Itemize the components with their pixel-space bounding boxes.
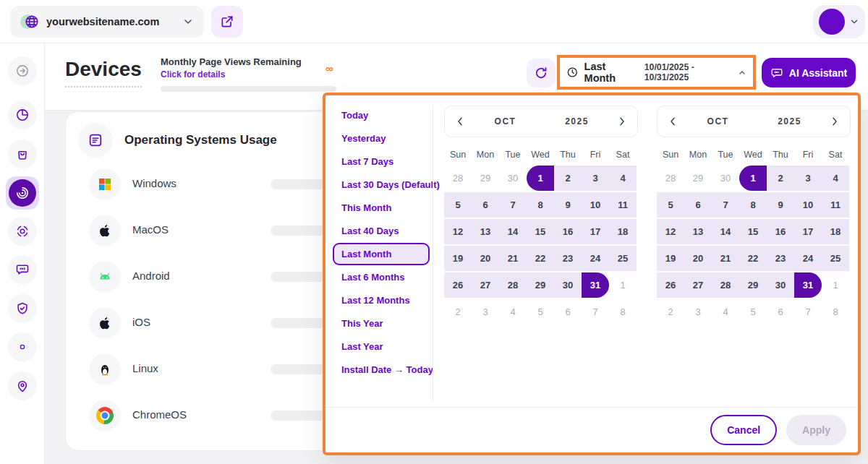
page-views-details-link[interactable]: Click for details [161, 69, 338, 80]
sidebar-item-shopping-bag[interactable] [8, 139, 37, 168]
avatar[interactable] [819, 9, 845, 35]
day-cell[interactable]: 6 [472, 192, 499, 218]
day-cell[interactable]: 2 [767, 166, 794, 191]
day-cell[interactable]: 20 [684, 246, 712, 271]
account-menu[interactable] [813, 5, 865, 38]
day-cell[interactable]: 27 [472, 272, 499, 298]
day-cell[interactable]: 28 [444, 166, 472, 191]
day-cell[interactable]: 4 [712, 299, 739, 325]
day-cell[interactable]: 11 [609, 192, 637, 218]
day-cell[interactable]: 19 [657, 246, 684, 271]
day-cell[interactable]: 12 [444, 219, 472, 244]
day-cell[interactable]: 8 [739, 192, 767, 218]
day-cell[interactable]: 14 [499, 219, 527, 244]
open-website-button[interactable] [211, 6, 243, 38]
day-cell[interactable]: 27 [684, 272, 712, 298]
day-cell[interactable]: 18 [822, 219, 849, 244]
preset-this-year[interactable]: This Year [333, 312, 392, 335]
cancel-button[interactable]: Cancel [710, 415, 777, 445]
day-cell[interactable]: 31 [794, 272, 822, 298]
day-cell[interactable]: 4 [609, 166, 637, 191]
day-cell[interactable]: 4 [499, 299, 527, 325]
day-cell[interactable]: 24 [582, 246, 609, 271]
day-cell[interactable]: 6 [684, 192, 712, 218]
day-cell[interactable]: 3 [582, 166, 609, 191]
day-cell[interactable]: 8 [609, 299, 637, 325]
day-cell[interactable]: 6 [554, 299, 582, 325]
day-cell[interactable]: 15 [739, 219, 767, 244]
sidebar-item-location-pin[interactable] [8, 371, 37, 400]
day-cell[interactable]: 28 [712, 272, 739, 298]
day-cell[interactable]: 29 [739, 272, 767, 298]
day-cell[interactable]: 5 [527, 299, 554, 325]
day-cell[interactable]: 16 [767, 219, 794, 244]
day-cell[interactable]: 30 [712, 166, 739, 191]
day-cell[interactable]: 20 [472, 246, 499, 271]
day-cell[interactable]: 31 [582, 272, 609, 298]
preset-today[interactable]: Today [333, 104, 377, 126]
preset-last-6-months[interactable]: Last 6 Months [333, 266, 413, 288]
day-cell[interactable]: 8 [527, 192, 554, 218]
day-cell[interactable]: 10 [582, 192, 609, 218]
day-cell[interactable]: 21 [499, 246, 527, 271]
day-cell[interactable]: 29 [472, 166, 499, 191]
day-cell[interactable]: 28 [657, 166, 684, 191]
day-cell[interactable]: 28 [499, 272, 527, 298]
preset-this-month[interactable]: This Month [333, 197, 400, 219]
preset-install-date-today[interactable]: Install Date → Today [333, 358, 442, 381]
day-cell[interactable]: 29 [527, 272, 554, 298]
date-range-button[interactable]: Last Month 10/01/2025 - 10/31/2025 [557, 55, 756, 90]
prev-month-button[interactable] [451, 116, 469, 127]
day-cell[interactable]: 22 [739, 246, 767, 271]
day-cell[interactable]: 29 [684, 166, 712, 191]
day-cell[interactable]: 25 [822, 246, 849, 271]
day-cell[interactable]: 10 [794, 192, 822, 218]
day-cell[interactable]: 23 [767, 246, 794, 271]
day-cell[interactable]: 23 [554, 246, 582, 271]
sidebar-item-devices-radar[interactable] [6, 176, 39, 210]
day-cell[interactable]: 7 [794, 299, 822, 325]
day-cell[interactable]: 5 [657, 192, 684, 218]
day-cell[interactable]: 1 [739, 166, 767, 191]
day-cell[interactable]: 7 [499, 192, 527, 218]
day-cell[interactable]: 17 [582, 219, 609, 244]
day-cell[interactable]: 2 [444, 299, 472, 325]
day-cell[interactable]: 6 [767, 299, 794, 325]
day-cell[interactable]: 15 [527, 219, 554, 244]
day-cell[interactable]: 12 [657, 219, 684, 244]
next-month-button[interactable] [825, 116, 844, 127]
day-cell[interactable]: 13 [472, 219, 499, 244]
day-cell[interactable]: 14 [712, 219, 739, 244]
preset-last-12-months[interactable]: Last 12 Months [333, 289, 419, 312]
refresh-button[interactable] [527, 59, 556, 87]
day-cell[interactable]: 30 [767, 272, 794, 298]
day-cell[interactable]: 7 [582, 299, 609, 325]
day-cell[interactable]: 16 [554, 219, 582, 244]
preset-last-year[interactable]: Last Year [333, 335, 392, 358]
sidebar-item-settings-gear[interactable] [8, 332, 37, 361]
day-cell[interactable]: 25 [609, 246, 637, 271]
day-cell[interactable]: 21 [712, 246, 739, 271]
next-month-button[interactable] [613, 116, 631, 127]
preset-last-30-days-default[interactable]: Last 30 Days (Default) [333, 173, 448, 196]
day-cell[interactable]: 2 [554, 166, 582, 191]
day-cell[interactable]: 19 [444, 246, 472, 271]
day-cell[interactable]: 22 [527, 246, 554, 271]
day-cell[interactable]: 24 [794, 246, 822, 271]
day-cell[interactable]: 3 [472, 299, 499, 325]
preset-last-7-days[interactable]: Last 7 Days [333, 150, 402, 173]
day-cell[interactable]: 18 [609, 219, 637, 244]
day-cell[interactable]: 3 [684, 299, 712, 325]
day-cell[interactable]: 7 [712, 192, 739, 218]
prev-month-button[interactable] [663, 116, 682, 127]
day-cell[interactable]: 26 [444, 272, 472, 298]
sidebar-item-pie-chart[interactable] [8, 100, 37, 129]
ai-assistant-button[interactable]: AI Assistant [762, 58, 856, 87]
day-cell[interactable]: 8 [822, 299, 849, 325]
sidebar-item-focus-target[interactable] [8, 217, 37, 246]
day-cell[interactable]: 13 [684, 219, 712, 244]
preset-last-month[interactable]: Last Month [333, 243, 430, 265]
day-cell[interactable]: 5 [739, 299, 767, 325]
day-cell[interactable]: 26 [657, 272, 684, 298]
preset-last-40-days[interactable]: Last 40 Days [333, 220, 408, 242]
